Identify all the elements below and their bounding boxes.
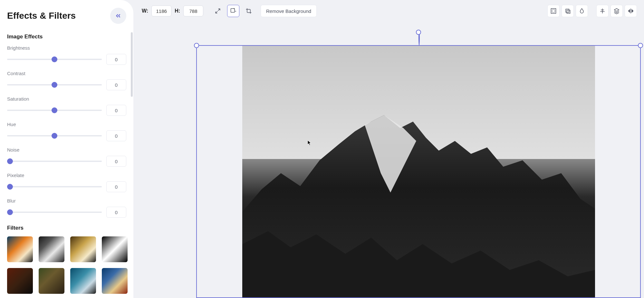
crop-tool-button[interactable]	[243, 5, 255, 17]
mouse-cursor-icon	[307, 140, 312, 146]
sidebar-title: Effects & Filters	[7, 11, 76, 21]
noise-value[interactable]: 0	[106, 156, 126, 167]
crop-icon	[245, 8, 252, 14]
collapse-sidebar-button[interactable]	[110, 8, 126, 24]
shadow-icon	[564, 8, 571, 14]
effect-row-hue: Hue 0	[7, 122, 126, 141]
top-toolbar-left: W: H: Remove Background	[142, 5, 317, 17]
filter-preset-4[interactable]	[102, 236, 128, 262]
effect-label: Contrast	[7, 71, 126, 76]
effect-row-saturation: Saturation 0	[7, 96, 126, 116]
effect-row-pixelate: Pixelate 0	[7, 173, 126, 192]
brightness-slider[interactable]	[7, 59, 102, 60]
canvas-area[interactable]	[133, 21, 644, 298]
remove-background-label: Remove Background	[266, 8, 311, 14]
ai-expand-tool-button[interactable]	[227, 5, 239, 17]
width-label: W:	[142, 8, 148, 14]
slider-thumb[interactable]	[52, 133, 57, 139]
selection-box[interactable]	[196, 45, 641, 298]
slider-thumb[interactable]	[7, 158, 13, 164]
layers-icon	[613, 8, 620, 14]
brightness-value[interactable]: 0	[106, 54, 126, 65]
filter-preset-3[interactable]	[70, 236, 96, 262]
slider-thumb[interactable]	[52, 56, 57, 62]
toolbar-button-shadow[interactable]	[562, 5, 574, 17]
toolbar-button-align[interactable]	[596, 5, 609, 17]
svg-rect-2	[552, 10, 555, 12]
image-effects-heading: Image Effects	[7, 34, 126, 40]
resize-handle-top-left[interactable]	[194, 43, 199, 48]
toolbar-button-opacity[interactable]	[576, 5, 588, 17]
effect-label: Noise	[7, 147, 126, 153]
align-center-icon	[599, 8, 606, 14]
effect-label: Saturation	[7, 96, 126, 102]
effect-row-noise: Noise 0	[7, 147, 126, 167]
slider-thumb[interactable]	[52, 107, 57, 113]
toolbar-button-flip[interactable]	[625, 5, 637, 17]
svg-rect-4	[567, 10, 570, 14]
hue-value[interactable]: 0	[106, 130, 126, 141]
svg-rect-0	[231, 9, 235, 13]
filter-preset-7[interactable]	[70, 268, 96, 294]
filter-grid	[7, 236, 126, 294]
slider-thumb[interactable]	[52, 82, 57, 88]
sparkle-expand-icon	[230, 8, 236, 14]
width-input[interactable]	[151, 5, 171, 16]
noise-slider[interactable]	[7, 161, 102, 162]
remove-background-button[interactable]: Remove Background	[261, 5, 317, 17]
top-toolbar-right	[547, 5, 637, 17]
blur-slider[interactable]	[7, 212, 102, 213]
rotate-handle[interactable]	[416, 30, 421, 35]
pixelate-value[interactable]: 0	[106, 181, 126, 192]
effects-list: Brightness 0 Contrast 0 Saturation 0 Hue	[7, 45, 126, 218]
svg-rect-3	[566, 9, 569, 12]
hue-slider[interactable]	[7, 135, 102, 136]
filter-preset-8[interactable]	[102, 268, 128, 294]
svg-rect-1	[551, 9, 556, 14]
height-label: H:	[175, 8, 180, 14]
saturation-slider[interactable]	[7, 110, 102, 111]
effect-label: Brightness	[7, 45, 126, 51]
filter-preset-1[interactable]	[7, 236, 33, 262]
expand-icon	[215, 8, 221, 14]
flip-horizontal-icon	[628, 8, 634, 14]
resize-handle-top-right[interactable]	[638, 43, 643, 48]
effect-row-contrast: Contrast 0	[7, 71, 126, 90]
contrast-value[interactable]: 0	[106, 79, 126, 90]
effect-row-brightness: Brightness 0	[7, 45, 126, 65]
frame-icon	[550, 8, 557, 14]
effect-row-blur: Blur 0	[7, 198, 126, 218]
blur-value[interactable]: 0	[106, 207, 126, 218]
pixelate-slider[interactable]	[7, 186, 102, 187]
effect-label: Blur	[7, 198, 126, 204]
slider-thumb[interactable]	[7, 184, 13, 190]
sidebar-header: Effects & Filters	[7, 8, 126, 24]
sidebar-scrollbar[interactable]	[131, 32, 133, 97]
saturation-value[interactable]: 0	[106, 105, 126, 116]
effect-label: Pixelate	[7, 173, 126, 178]
toolbar-button-frame[interactable]	[547, 5, 560, 17]
toolbar-button-layers[interactable]	[610, 5, 623, 17]
filter-preset-6[interactable]	[39, 268, 64, 294]
effect-label: Hue	[7, 122, 126, 127]
filter-preset-2[interactable]	[39, 236, 64, 262]
slider-thumb[interactable]	[7, 209, 13, 215]
height-input[interactable]	[183, 5, 203, 16]
contrast-slider[interactable]	[7, 84, 102, 85]
droplet-icon	[579, 8, 585, 14]
chevrons-left-icon	[115, 12, 122, 19]
filters-heading: Filters	[7, 225, 126, 231]
filter-preset-5[interactable]	[7, 268, 33, 294]
effects-sidebar: Effects & Filters Image Effects Brightne…	[0, 0, 133, 298]
expand-tool-button[interactable]	[212, 5, 224, 17]
